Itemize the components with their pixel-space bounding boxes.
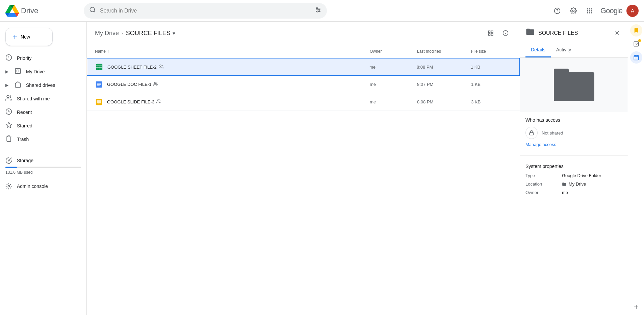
- svg-point-29: [8, 186, 10, 187]
- storage-icon: [5, 157, 12, 164]
- prop-owner-label: Owner: [525, 190, 559, 195]
- search-input[interactable]: [100, 8, 311, 14]
- shared-drives-icon: [15, 81, 21, 90]
- sidebar-separator: [0, 149, 86, 149]
- access-row: Not shared: [525, 127, 622, 139]
- svg-rect-14: [587, 10, 588, 11]
- svg-rect-49: [97, 100, 101, 103]
- sidebar-item-my-drive[interactable]: ▶ My Drive: [0, 65, 81, 78]
- svg-point-5: [316, 7, 317, 8]
- svg-point-47: [154, 82, 156, 84]
- header-last-modified[interactable]: Last modified: [417, 49, 471, 54]
- header-name-label: Name: [95, 49, 106, 54]
- file-modified-cell: 8:08 PM: [417, 99, 471, 104]
- svg-point-0: [90, 7, 95, 12]
- file-size-cell: 1 KB: [471, 65, 511, 70]
- shared-people-icon: [153, 81, 158, 87]
- settings-button[interactable]: [567, 4, 580, 18]
- far-right-toolbar: [628, 22, 644, 315]
- add-sidebar-button[interactable]: [631, 301, 642, 312]
- header-owner[interactable]: Owner: [370, 49, 417, 54]
- content-area: My Drive › SOURCE FILES ▾ Name ↑: [86, 22, 520, 315]
- sidebar-my-drive-label: My Drive: [26, 69, 45, 74]
- calendar-button[interactable]: [630, 51, 642, 64]
- panel-tabs: Details Activity: [520, 43, 628, 58]
- tasks-button[interactable]: [630, 38, 642, 50]
- app-name: Drive: [21, 6, 38, 15]
- topbar: Drive Google A: [0, 0, 644, 22]
- sort-arrow-icon: ↑: [107, 49, 109, 54]
- svg-rect-23: [16, 68, 21, 73]
- admin-icon: [5, 183, 12, 190]
- file-table: Name ↑ Owner Last modified File size: [87, 45, 520, 315]
- search-tune-icon[interactable]: [315, 6, 321, 15]
- keep-button[interactable]: [630, 24, 642, 37]
- breadcrumb-parent[interactable]: My Drive: [95, 30, 119, 37]
- header-file-size[interactable]: File size: [471, 49, 512, 54]
- panel-close-button[interactable]: ✕: [612, 28, 622, 39]
- storage-bar-fill: [5, 167, 17, 168]
- breadcrumb: My Drive › SOURCE FILES ▾: [87, 22, 520, 45]
- sheet-file-icon: [95, 63, 103, 71]
- svg-rect-30: [488, 31, 490, 32]
- svg-rect-13: [591, 8, 592, 9]
- header-file-size-label: File size: [471, 49, 486, 54]
- shared-people-icon: [156, 99, 161, 105]
- tab-activity[interactable]: Activity: [551, 43, 576, 57]
- svg-rect-33: [491, 34, 493, 35]
- table-row[interactable]: GOOGLE SLIDE FILE-3 me 8:08 PM 3 KB: [87, 93, 520, 111]
- prop-location-value: My Drive: [562, 181, 622, 187]
- file-owner-cell: me: [370, 82, 417, 87]
- svg-rect-12: [589, 8, 590, 9]
- sidebar-item-trash[interactable]: Trash: [0, 132, 81, 146]
- svg-rect-16: [591, 10, 592, 11]
- file-name-text: GOOGLE SHEET FILE-2: [107, 64, 163, 70]
- svg-point-7: [317, 11, 318, 12]
- file-owner-cell: me: [369, 65, 417, 70]
- file-name-cell-doc: GOOGLE DOC FILE-1: [95, 80, 370, 89]
- sidebar-shared-drives-label: Shared drives: [26, 82, 55, 88]
- sidebar-item-recent[interactable]: Recent: [0, 105, 81, 119]
- table-row[interactable]: GOOGLE SHEET FILE-2 me 8:08 PM 1 KB: [87, 58, 520, 76]
- file-name-cell-sheet: GOOGLE SHEET FILE-2: [95, 63, 369, 71]
- search-bar[interactable]: [84, 3, 327, 19]
- sidebar-priority-label: Priority: [17, 55, 32, 61]
- sidebar-item-shared-with-me[interactable]: Shared with me: [0, 92, 81, 105]
- grid-view-button[interactable]: [485, 27, 497, 39]
- panel-divider: [520, 155, 628, 155]
- drive-logo-icon: [5, 4, 19, 18]
- tab-details[interactable]: Details: [525, 43, 551, 57]
- sidebar-shared-with-me-label: Shared with me: [17, 96, 50, 101]
- folder-preview: [520, 58, 628, 112]
- header-name[interactable]: Name ↑: [95, 49, 370, 54]
- file-owner-cell: me: [370, 99, 417, 104]
- new-button[interactable]: + New: [5, 28, 53, 46]
- main-layout: + New Priority ▶ My Drive ▶ Shared drive…: [0, 22, 644, 315]
- table-row[interactable]: GOOGLE DOC FILE-1 me 8:07 PM 1 KB: [87, 76, 520, 93]
- sidebar-item-shared-drives[interactable]: ▶ Shared drives: [0, 78, 81, 92]
- tab-details-label: Details: [531, 47, 545, 52]
- svg-rect-18: [589, 12, 590, 13]
- breadcrumb-dropdown-icon[interactable]: ▾: [173, 30, 175, 37]
- user-avatar[interactable]: A: [626, 5, 639, 17]
- sidebar-item-priority[interactable]: Priority: [0, 51, 81, 65]
- trash-icon: [5, 135, 12, 144]
- table-header: Name ↑ Owner Last modified File size: [87, 45, 520, 58]
- sidebar-item-starred[interactable]: Starred: [0, 119, 81, 132]
- lock-icon: [525, 127, 538, 139]
- prop-location-label: Location: [525, 181, 559, 187]
- info-button[interactable]: [499, 27, 512, 39]
- new-button-label: New: [21, 34, 30, 40]
- apps-button[interactable]: [583, 4, 596, 18]
- storage-used-text: 131.6 MB used: [5, 170, 81, 175]
- sidebar-trash-label: Trash: [17, 137, 29, 142]
- help-button[interactable]: [550, 4, 564, 18]
- notification-dot: [638, 39, 641, 42]
- who-has-access-title: Who has access: [525, 117, 622, 123]
- manage-access-link[interactable]: Manage access: [525, 142, 556, 147]
- admin-console-button[interactable]: Admin console: [5, 180, 81, 192]
- logo-area: Drive: [5, 4, 80, 18]
- file-size-cell: 1 KB: [471, 82, 512, 87]
- header-owner-label: Owner: [370, 49, 382, 54]
- svg-point-42: [160, 65, 161, 66]
